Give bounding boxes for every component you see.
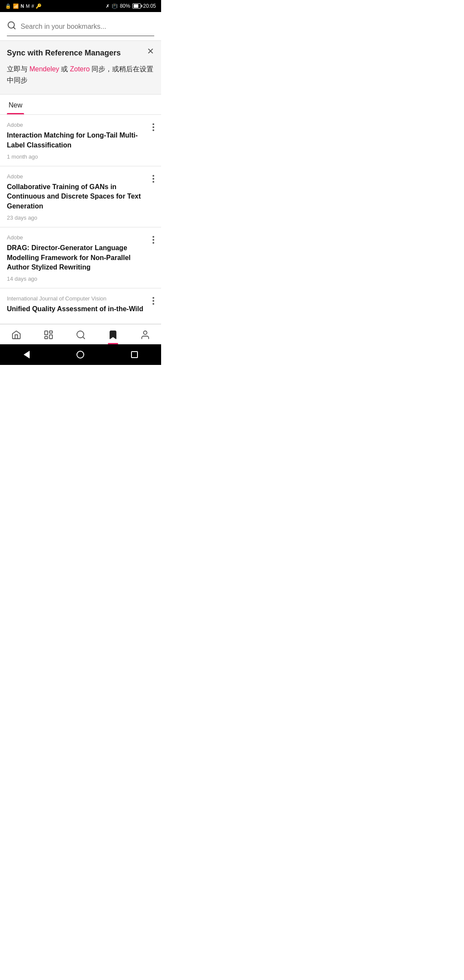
papers-list: Adobe Interaction Matching for Long-Tail… bbox=[0, 115, 161, 324]
status-left: 🔒 📶 N M # 🔑 bbox=[5, 3, 42, 9]
paper-title-3: DRAG: Director-Generator Language Modell… bbox=[7, 243, 149, 272]
search-icon bbox=[7, 21, 16, 32]
gmail-icon: M bbox=[26, 3, 30, 9]
vibrate-icon: 📳 bbox=[112, 3, 118, 9]
dot bbox=[153, 239, 154, 241]
dot bbox=[153, 175, 154, 177]
paper-time-2: 23 days ago bbox=[7, 214, 149, 221]
bottom-nav bbox=[0, 324, 161, 344]
paper-content-4: International Journal of Computer Vision… bbox=[7, 295, 149, 317]
paper-menu-4[interactable] bbox=[153, 295, 154, 305]
dot bbox=[153, 178, 154, 180]
sync-prefix: 立即与 bbox=[7, 65, 29, 73]
notification-icon: # bbox=[31, 3, 34, 9]
paper-item[interactable]: Adobe Collaborative Training of GANs in … bbox=[0, 166, 161, 227]
paper-venue-1: Adobe bbox=[7, 122, 149, 128]
sync-title: Sync with Reference Managers bbox=[7, 49, 154, 58]
paper-content-3: Adobe DRAG: Director-Generator Language … bbox=[7, 234, 149, 282]
paper-menu-2[interactable] bbox=[153, 173, 154, 183]
wifi-icon: 📶 bbox=[13, 3, 19, 9]
profile-icon bbox=[140, 330, 150, 340]
svg-line-1 bbox=[13, 27, 15, 29]
lock-icon: 🔒 bbox=[5, 3, 11, 9]
home-icon bbox=[11, 330, 21, 340]
home-button[interactable] bbox=[76, 351, 84, 358]
battery-icon bbox=[132, 3, 141, 9]
dot bbox=[153, 300, 154, 302]
bluetooth-icon: ✗ bbox=[106, 3, 110, 9]
battery-percent: 80% bbox=[120, 3, 130, 9]
paper-item[interactable]: Adobe Interaction Matching for Long-Tail… bbox=[0, 115, 161, 166]
paper-title-2: Collaborative Training of GANs in Contin… bbox=[7, 182, 149, 211]
android-nav bbox=[0, 344, 161, 365]
dot bbox=[153, 181, 154, 183]
svg-rect-5 bbox=[45, 337, 48, 339]
svg-rect-4 bbox=[49, 335, 52, 339]
paper-time-3: 14 days ago bbox=[7, 276, 149, 282]
status-right: ✗ 📳 80% 20:05 bbox=[106, 3, 156, 9]
dot bbox=[153, 126, 154, 128]
tab-new[interactable]: New bbox=[7, 95, 24, 114]
search-input[interactable] bbox=[21, 23, 154, 31]
search-container bbox=[0, 12, 161, 41]
recents-button[interactable] bbox=[131, 351, 138, 358]
zotero-link[interactable]: Zotero bbox=[70, 65, 90, 73]
key-icon: 🔑 bbox=[36, 3, 42, 9]
svg-rect-3 bbox=[49, 331, 52, 333]
nav-bookmarks[interactable] bbox=[103, 329, 123, 341]
paper-item[interactable]: Adobe DRAG: Director-Generator Language … bbox=[0, 227, 161, 288]
paper-venue-4: International Journal of Computer Vision bbox=[7, 295, 149, 302]
dot bbox=[153, 297, 154, 299]
svg-point-8 bbox=[143, 331, 147, 334]
search-nav-icon bbox=[76, 330, 86, 340]
nav-feed[interactable] bbox=[38, 329, 59, 341]
paper-menu-3[interactable] bbox=[153, 234, 154, 244]
paper-item[interactable]: International Journal of Computer Vision… bbox=[0, 288, 161, 324]
dot bbox=[153, 129, 154, 131]
feed-icon bbox=[43, 330, 54, 340]
nav-search[interactable] bbox=[70, 329, 91, 341]
paper-venue-2: Adobe bbox=[7, 173, 149, 180]
dot bbox=[153, 236, 154, 238]
paper-time-1: 1 month ago bbox=[7, 153, 149, 160]
paper-venue-3: Adobe bbox=[7, 234, 149, 241]
paper-content-1: Adobe Interaction Matching for Long-Tail… bbox=[7, 122, 149, 160]
sync-middle: 或 bbox=[59, 65, 70, 73]
svg-line-7 bbox=[82, 337, 84, 338]
search-bar[interactable] bbox=[7, 21, 154, 36]
bookmark-icon bbox=[108, 330, 118, 340]
dot bbox=[153, 242, 154, 244]
sync-banner: Sync with Reference Managers ✕ 立即与 Mende… bbox=[0, 41, 161, 95]
clock: 20:05 bbox=[143, 3, 156, 9]
paper-title-1: Interaction Matching for Long-Tail Multi… bbox=[7, 131, 149, 150]
dot bbox=[153, 303, 154, 305]
paper-title-4: Unified Quality Assessment of in-the-Wil… bbox=[7, 304, 149, 314]
nfc-icon: N bbox=[21, 3, 24, 9]
paper-menu-1[interactable] bbox=[153, 122, 154, 131]
mendeley-link[interactable]: Mendeley bbox=[29, 65, 59, 73]
sync-description: 立即与 Mendeley 或 Zotero 同步，或稍后在设置中同步 bbox=[7, 64, 154, 86]
nav-profile[interactable] bbox=[135, 329, 156, 341]
back-button[interactable] bbox=[24, 351, 30, 358]
paper-content-2: Adobe Collaborative Training of GANs in … bbox=[7, 173, 149, 221]
dot bbox=[153, 123, 154, 125]
nav-home[interactable] bbox=[6, 329, 27, 341]
sync-close-button[interactable]: ✕ bbox=[147, 47, 154, 55]
svg-rect-2 bbox=[45, 331, 48, 335]
status-bar: 🔒 📶 N M # 🔑 ✗ 📳 80% 20:05 bbox=[0, 0, 161, 12]
tabs-container: New bbox=[0, 95, 161, 115]
